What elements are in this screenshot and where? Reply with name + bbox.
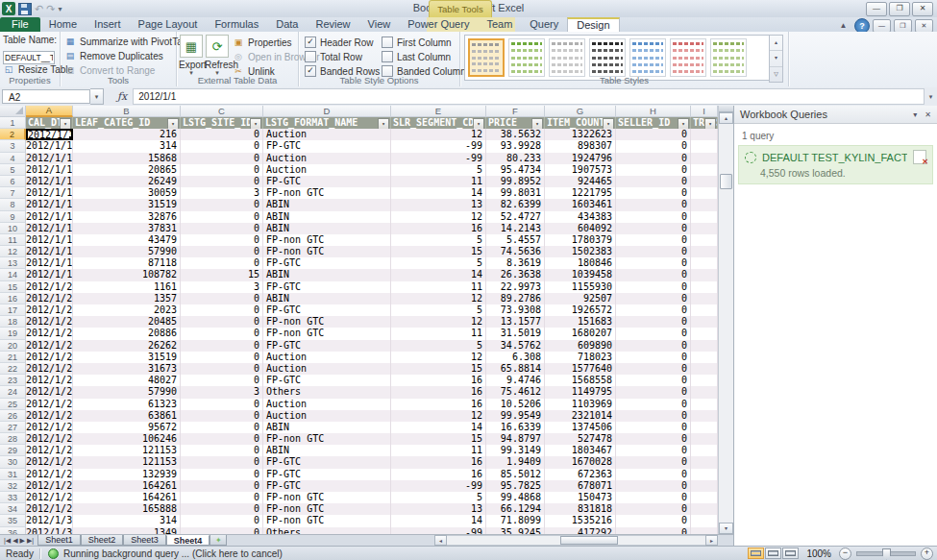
grid-cell[interactable]: FP-non GTC <box>263 328 391 339</box>
grid-cell[interactable]: 121153 <box>73 456 181 468</box>
row-number-16[interactable]: 16 <box>0 293 26 304</box>
grid-cell[interactable] <box>691 129 718 140</box>
grid-cell[interactable]: 0 <box>181 340 263 352</box>
grid-cell[interactable]: 0 <box>616 211 691 223</box>
grid-cell[interactable]: 0 <box>181 140 263 152</box>
filter-dropdown-icon[interactable]: ▾ <box>167 118 179 129</box>
tab-home[interactable]: Home <box>40 17 86 32</box>
scroll-up-icon[interactable]: ▴ <box>719 112 733 124</box>
sheet-tab-sheet3[interactable]: Sheet3 <box>123 535 166 546</box>
grid-cell[interactable]: FP-GTC <box>263 456 391 468</box>
query-list-item[interactable]: DEFAULT TEST_KYLIN_FACT 4,550 rows loade… <box>738 145 933 184</box>
grid-cell[interactable]: 43479 <box>73 234 181 246</box>
filter-dropdown-icon[interactable]: ▾ <box>473 118 484 129</box>
grid-cell[interactable]: ABIN <box>263 445 391 456</box>
grid-cell[interactable]: 22.9973 <box>486 281 545 293</box>
grid-cell[interactable]: 2012/1/2 <box>26 433 73 445</box>
grid-cell[interactable]: 0 <box>181 153 263 164</box>
grid-cell[interactable]: 1924796 <box>545 153 616 164</box>
grid-cell[interactable]: 0 <box>181 176 263 187</box>
grid-cell[interactable] <box>691 422 718 433</box>
grid-cell[interactable]: 0 <box>616 129 691 140</box>
grid-cell[interactable]: 57990 <box>73 246 181 257</box>
grid-cell[interactable] <box>691 304 718 316</box>
grid-cell[interactable]: 74.5636 <box>486 246 545 257</box>
grid-cell[interactable]: 1039458 <box>545 269 616 280</box>
row-number-22[interactable]: 22 <box>0 363 26 375</box>
grid-cell[interactable]: 1349 <box>73 527 181 534</box>
grid-cell[interactable]: 5 <box>391 340 486 352</box>
grid-cell[interactable]: 0 <box>181 234 263 246</box>
grid-cell[interactable] <box>691 492 718 503</box>
row-number-13[interactable]: 13 <box>0 257 26 269</box>
grid-cell[interactable] <box>691 234 718 246</box>
active-cell[interactable]: 2012/1/1 <box>26 129 73 140</box>
grid-cell[interactable]: 2012/1/1 <box>26 269 73 280</box>
grid-cell[interactable]: 0 <box>181 503 263 515</box>
column-header-B[interactable]: B <box>73 106 181 117</box>
grid-cell[interactable]: 95.4734 <box>486 164 545 176</box>
row-number-11[interactable]: 11 <box>0 234 26 246</box>
prev-sheet-icon[interactable]: ◀ <box>12 537 17 545</box>
grid-cell[interactable] <box>691 352 718 363</box>
grid-cell[interactable]: 0 <box>181 211 263 223</box>
grid-cell[interactable]: 0 <box>616 269 691 280</box>
workbook-close-button[interactable]: ✕ <box>915 19 933 33</box>
grid-cell[interactable] <box>691 281 718 293</box>
restore-button[interactable]: ❐ <box>889 2 910 16</box>
grid-cell[interactable]: 1322623 <box>545 129 616 140</box>
grid-cell[interactable]: 5.4557 <box>486 234 545 246</box>
grid-cell[interactable]: 108782 <box>73 269 181 280</box>
grid-cell[interactable]: 11 <box>391 328 486 339</box>
grid-cell[interactable]: 0 <box>616 304 691 316</box>
grid-cell[interactable]: 0 <box>616 375 691 386</box>
grid-cell[interactable]: 2012/1/2 <box>26 469 73 480</box>
grid-cell[interactable]: 16.6339 <box>486 422 545 433</box>
grid-cell[interactable]: 12 <box>391 293 486 304</box>
grid-cell[interactable]: 0 <box>616 234 691 246</box>
grid-cell[interactable]: 0 <box>181 399 263 410</box>
grid-cell[interactable]: FP-GTC <box>263 304 391 316</box>
close-button[interactable]: ✕ <box>912 2 933 16</box>
row-number-30[interactable]: 30 <box>0 456 26 468</box>
summarize-with-pivottable-button[interactable]: ▦Summarize with PivotTable <box>64 35 195 48</box>
tab-view[interactable]: View <box>359 17 400 32</box>
grid-cell[interactable]: 2023 <box>73 304 181 316</box>
grid-cell[interactable]: 15868 <box>73 153 181 164</box>
filter-dropdown-icon[interactable]: ▾ <box>704 118 716 129</box>
grid-cell[interactable]: 2012/1/2 <box>26 445 73 456</box>
grid-cell[interactable]: FP-non GTC <box>263 187 391 199</box>
page-layout-view-button[interactable] <box>765 548 781 559</box>
grid-cell[interactable]: 2012/1/3 <box>26 527 73 534</box>
grid-cell[interactable]: 0 <box>181 363 263 375</box>
grid-cell[interactable]: 1.9409 <box>486 456 545 468</box>
grid-cell[interactable]: 13 <box>391 199 486 210</box>
grid-cell[interactable]: 8.3619 <box>486 257 545 269</box>
grid-cell[interactable]: 5 <box>391 234 486 246</box>
grid-cell[interactable]: 80.233 <box>486 153 545 164</box>
grid-cell[interactable] <box>691 340 718 352</box>
grid-cell[interactable]: 14 <box>391 187 486 199</box>
style-blue[interactable] <box>629 38 666 77</box>
grid-cell[interactable]: 12 <box>391 316 486 328</box>
grid-cell[interactable]: 12 <box>391 211 486 223</box>
row-number-14[interactable]: 14 <box>0 269 26 280</box>
vertical-split-handle[interactable] <box>719 106 733 112</box>
grid-cell[interactable]: 2012/1/2 <box>26 503 73 515</box>
grid-cell[interactable]: 48027 <box>73 375 181 386</box>
grid-cell[interactable] <box>691 375 718 386</box>
grid-cell[interactable]: 5 <box>391 304 486 316</box>
grid-cell[interactable] <box>691 456 718 468</box>
grid-cell[interactable]: Auction <box>263 363 391 375</box>
grid-cell[interactable]: 0 <box>616 246 691 257</box>
grid-cell[interactable]: 924465 <box>545 176 616 187</box>
grid-cell[interactable]: FP-GTC <box>263 257 391 269</box>
grid-cell[interactable]: 11 <box>391 176 486 187</box>
grid-cell[interactable]: 2012/1/2 <box>26 328 73 339</box>
grid-cell[interactable]: 0 <box>181 515 263 526</box>
row-number-10[interactable]: 10 <box>0 223 26 234</box>
grid-cell[interactable]: 14 <box>391 515 486 526</box>
grid-cell[interactable] <box>691 293 718 304</box>
grid-cell[interactable]: 0 <box>181 527 263 534</box>
name-box[interactable]: A2 <box>2 89 90 104</box>
